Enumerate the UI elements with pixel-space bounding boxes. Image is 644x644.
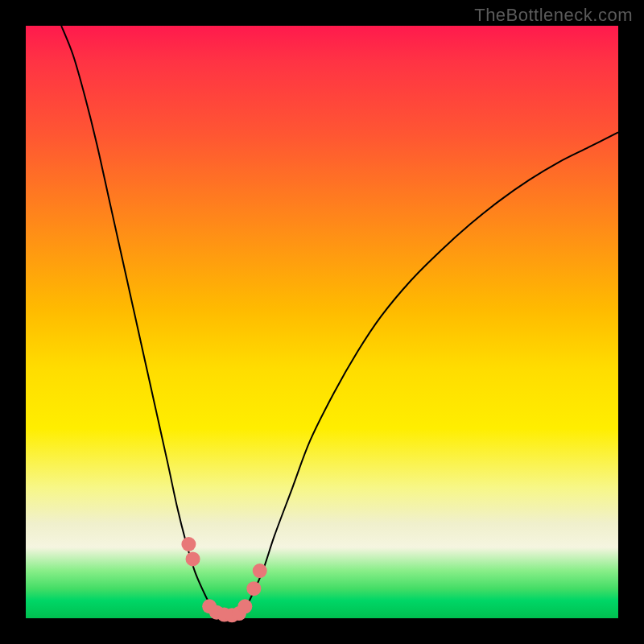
chart-svg xyxy=(0,0,644,644)
marker-point xyxy=(253,564,267,578)
marker-point xyxy=(186,551,200,566)
marker-point xyxy=(181,537,196,551)
chart-curves xyxy=(61,26,618,615)
watermark-text: TheBottleneck.com xyxy=(474,5,633,26)
chart-markers xyxy=(181,537,266,622)
curve-right-curve xyxy=(239,132,618,615)
marker-point xyxy=(246,581,261,596)
marker-point xyxy=(237,599,252,613)
curve-left-curve xyxy=(61,26,221,615)
